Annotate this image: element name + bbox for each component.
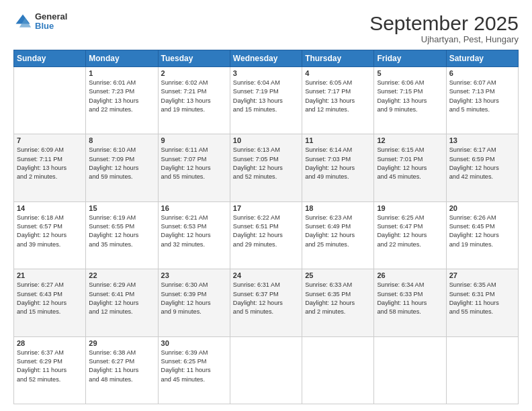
day-info: Sunrise: 6:29 AM Sunset: 6:41 PM Dayligh… [89, 281, 154, 316]
day-number: 6 [449, 69, 515, 77]
day-number: 21 [17, 271, 83, 279]
header-monday: Monday [86, 50, 158, 67]
day-info: Sunrise: 6:33 AM Sunset: 6:35 PM Dayligh… [305, 281, 371, 316]
table-row: 12Sunrise: 6:15 AM Sunset: 7:01 PM Dayli… [374, 134, 446, 201]
day-number: 18 [305, 204, 371, 212]
calendar-week-row: 1Sunrise: 6:01 AM Sunset: 7:23 PM Daylig… [14, 67, 519, 134]
day-info: Sunrise: 6:06 AM Sunset: 7:15 PM Dayligh… [377, 79, 443, 114]
table-row: 9Sunrise: 6:11 AM Sunset: 7:07 PM Daylig… [158, 134, 230, 201]
calendar-week-row: 7Sunrise: 6:09 AM Sunset: 7:11 PM Daylig… [14, 134, 519, 201]
day-number: 25 [305, 271, 371, 279]
day-info: Sunrise: 6:10 AM Sunset: 7:09 PM Dayligh… [89, 146, 154, 181]
day-number: 20 [449, 204, 515, 212]
day-number: 3 [233, 69, 299, 77]
day-info: Sunrise: 6:26 AM Sunset: 6:45 PM Dayligh… [449, 214, 515, 249]
logo-line2: Blue [35, 21, 67, 31]
day-info: Sunrise: 6:25 AM Sunset: 6:47 PM Dayligh… [377, 214, 443, 249]
day-number: 10 [233, 136, 299, 144]
day-number: 4 [305, 69, 371, 77]
table-row: 28Sunrise: 6:37 AM Sunset: 6:29 PM Dayli… [14, 336, 86, 404]
calendar-table: Sunday Monday Tuesday Wednesday Thursday… [13, 50, 519, 404]
day-info: Sunrise: 6:18 AM Sunset: 6:57 PM Dayligh… [17, 214, 83, 249]
table-row: 26Sunrise: 6:34 AM Sunset: 6:33 PM Dayli… [374, 269, 446, 336]
table-row: 2Sunrise: 6:02 AM Sunset: 7:21 PM Daylig… [158, 67, 230, 134]
day-info: Sunrise: 6:35 AM Sunset: 6:31 PM Dayligh… [449, 281, 515, 316]
table-row: 25Sunrise: 6:33 AM Sunset: 6:35 PM Dayli… [302, 269, 374, 336]
header-tuesday: Tuesday [158, 50, 230, 67]
day-number: 12 [377, 136, 443, 144]
table-row: 8Sunrise: 6:10 AM Sunset: 7:09 PM Daylig… [86, 134, 158, 201]
table-row: 18Sunrise: 6:23 AM Sunset: 6:49 PM Dayli… [302, 201, 374, 269]
day-number: 23 [161, 271, 227, 279]
calendar-week-row: 28Sunrise: 6:37 AM Sunset: 6:29 PM Dayli… [14, 336, 519, 404]
month-title: September 2025 [369, 12, 519, 34]
day-number: 11 [305, 136, 371, 144]
day-number: 2 [161, 69, 227, 77]
table-row: 24Sunrise: 6:31 AM Sunset: 6:37 PM Dayli… [230, 269, 302, 336]
day-number: 26 [377, 271, 443, 279]
day-info: Sunrise: 6:07 AM Sunset: 7:13 PM Dayligh… [449, 79, 515, 114]
header-friday: Friday [374, 50, 446, 67]
table-row [302, 336, 374, 404]
page: General Blue September 2025 Ujhartyan, P… [0, 0, 532, 411]
day-info: Sunrise: 6:30 AM Sunset: 6:39 PM Dayligh… [161, 281, 227, 316]
day-info: Sunrise: 6:38 AM Sunset: 6:27 PM Dayligh… [89, 349, 154, 384]
day-info: Sunrise: 6:31 AM Sunset: 6:37 PM Dayligh… [233, 281, 299, 316]
table-row: 19Sunrise: 6:25 AM Sunset: 6:47 PM Dayli… [374, 201, 446, 269]
table-row: 22Sunrise: 6:29 AM Sunset: 6:41 PM Dayli… [86, 269, 158, 336]
day-info: Sunrise: 6:39 AM Sunset: 6:25 PM Dayligh… [161, 349, 227, 384]
day-number: 5 [377, 69, 443, 77]
day-info: Sunrise: 6:05 AM Sunset: 7:17 PM Dayligh… [305, 79, 371, 114]
day-info: Sunrise: 6:22 AM Sunset: 6:51 PM Dayligh… [233, 214, 299, 249]
title-block: September 2025 Ujhartyan, Pest, Hungary [369, 12, 519, 44]
table-row [14, 67, 86, 134]
day-info: Sunrise: 6:04 AM Sunset: 7:19 PM Dayligh… [233, 79, 299, 114]
day-info: Sunrise: 6:34 AM Sunset: 6:33 PM Dayligh… [377, 281, 443, 316]
day-info: Sunrise: 6:17 AM Sunset: 6:59 PM Dayligh… [449, 146, 515, 181]
table-row: 10Sunrise: 6:13 AM Sunset: 7:05 PM Dayli… [230, 134, 302, 201]
day-number: 29 [89, 339, 154, 347]
calendar-week-row: 21Sunrise: 6:27 AM Sunset: 6:43 PM Dayli… [14, 269, 519, 336]
day-info: Sunrise: 6:37 AM Sunset: 6:29 PM Dayligh… [17, 349, 83, 384]
calendar-header-row: Sunday Monday Tuesday Wednesday Thursday… [14, 50, 519, 67]
day-info: Sunrise: 6:09 AM Sunset: 7:11 PM Dayligh… [17, 146, 83, 181]
header-saturday: Saturday [446, 50, 518, 67]
logo-icon [13, 12, 32, 31]
calendar-week-row: 14Sunrise: 6:18 AM Sunset: 6:57 PM Dayli… [14, 201, 519, 269]
table-row: 21Sunrise: 6:27 AM Sunset: 6:43 PM Dayli… [14, 269, 86, 336]
table-row: 15Sunrise: 6:19 AM Sunset: 6:55 PM Dayli… [86, 201, 158, 269]
day-info: Sunrise: 6:02 AM Sunset: 7:21 PM Dayligh… [161, 79, 227, 114]
day-info: Sunrise: 6:23 AM Sunset: 6:49 PM Dayligh… [305, 214, 371, 249]
table-row: 4Sunrise: 6:05 AM Sunset: 7:17 PM Daylig… [302, 67, 374, 134]
day-info: Sunrise: 6:21 AM Sunset: 6:53 PM Dayligh… [161, 214, 227, 249]
table-row: 1Sunrise: 6:01 AM Sunset: 7:23 PM Daylig… [86, 67, 158, 134]
table-row: 5Sunrise: 6:06 AM Sunset: 7:15 PM Daylig… [374, 67, 446, 134]
day-number: 1 [89, 69, 154, 77]
logo-text: General Blue [35, 12, 67, 32]
day-number: 22 [89, 271, 154, 279]
day-number: 17 [233, 204, 299, 212]
table-row: 13Sunrise: 6:17 AM Sunset: 6:59 PM Dayli… [446, 134, 518, 201]
header-wednesday: Wednesday [230, 50, 302, 67]
logo: General Blue [13, 12, 67, 32]
day-info: Sunrise: 6:11 AM Sunset: 7:07 PM Dayligh… [161, 146, 227, 181]
table-row: 14Sunrise: 6:18 AM Sunset: 6:57 PM Dayli… [14, 201, 86, 269]
day-number: 15 [89, 204, 154, 212]
table-row: 30Sunrise: 6:39 AM Sunset: 6:25 PM Dayli… [158, 336, 230, 404]
table-row: 23Sunrise: 6:30 AM Sunset: 6:39 PM Dayli… [158, 269, 230, 336]
day-number: 19 [377, 204, 443, 212]
day-info: Sunrise: 6:19 AM Sunset: 6:55 PM Dayligh… [89, 214, 154, 249]
table-row: 7Sunrise: 6:09 AM Sunset: 7:11 PM Daylig… [14, 134, 86, 201]
table-row [374, 336, 446, 404]
header-thursday: Thursday [302, 50, 374, 67]
day-info: Sunrise: 6:27 AM Sunset: 6:43 PM Dayligh… [17, 281, 83, 316]
logo-line1: General [35, 12, 67, 21]
table-row: 16Sunrise: 6:21 AM Sunset: 6:53 PM Dayli… [158, 201, 230, 269]
day-number: 14 [17, 204, 83, 212]
day-number: 8 [89, 136, 154, 144]
table-row: 11Sunrise: 6:14 AM Sunset: 7:03 PM Dayli… [302, 134, 374, 201]
table-row: 17Sunrise: 6:22 AM Sunset: 6:51 PM Dayli… [230, 201, 302, 269]
table-row: 3Sunrise: 6:04 AM Sunset: 7:19 PM Daylig… [230, 67, 302, 134]
table-row: 27Sunrise: 6:35 AM Sunset: 6:31 PM Dayli… [446, 269, 518, 336]
header-sunday: Sunday [14, 50, 86, 67]
